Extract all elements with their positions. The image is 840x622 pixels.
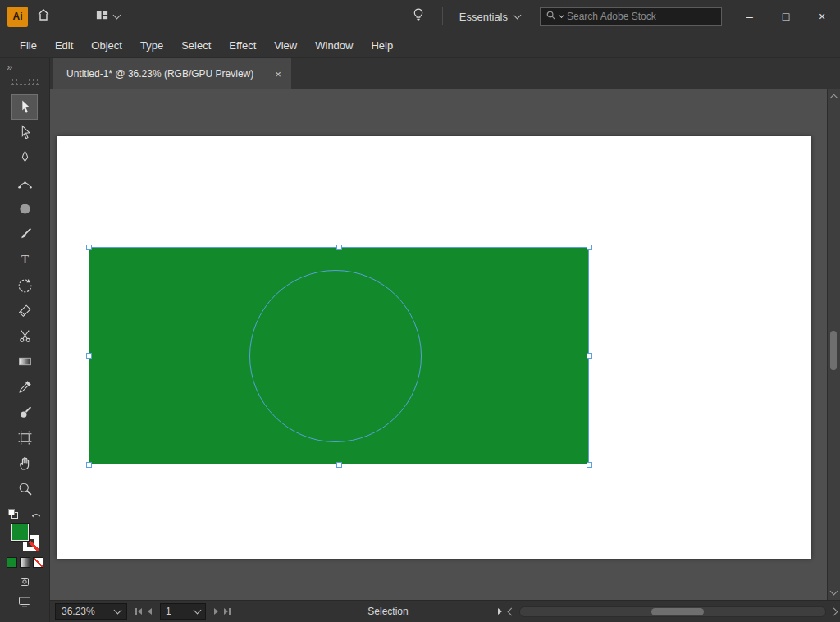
- collapse-panel-button[interactable]: »: [7, 61, 12, 73]
- gradient-tool[interactable]: [12, 350, 37, 373]
- status-label: Selection: [368, 606, 408, 617]
- search-input[interactable]: [567, 11, 716, 22]
- ellipse-shape[interactable]: [249, 270, 422, 442]
- hand-tool[interactable]: [12, 451, 37, 475]
- workspace-label: Essentials: [459, 11, 508, 23]
- menu-item-select[interactable]: Select: [172, 39, 220, 52]
- selection-tool[interactable]: [12, 95, 37, 119]
- color-type-buttons: [7, 557, 43, 568]
- horizontal-scrollbar-thumb[interactable]: [651, 608, 704, 615]
- document-area: Untitled-1* @ 36.23% (RGB/GPU Preview) ×: [50, 58, 840, 622]
- fill-swatch[interactable]: [11, 524, 29, 541]
- svg-text:T: T: [21, 253, 28, 266]
- zoom-level-dropdown[interactable]: 36.23%: [55, 603, 127, 620]
- close-button[interactable]: ×: [804, 0, 840, 33]
- lightbulb-icon: [411, 7, 426, 25]
- selection-handle[interactable]: [587, 462, 592, 468]
- vertical-scrollbar[interactable]: [827, 89, 840, 600]
- zoom-tool[interactable]: [12, 477, 37, 501]
- menubar-items: FileEditObjectTypeSelectEffectViewWindow…: [0, 33, 840, 58]
- swap-fill-stroke-icon[interactable]: [30, 508, 42, 519]
- selection-handle[interactable]: [336, 245, 342, 250]
- chevron-down-icon: [514, 11, 522, 20]
- panel-grip[interactable]: [11, 78, 39, 85]
- drawing-modes-button[interactable]: [19, 576, 30, 588]
- menu-item-effect[interactable]: Effect: [220, 39, 265, 52]
- status-menu-arrow-icon[interactable]: [498, 608, 502, 615]
- scroll-right-icon[interactable]: [830, 607, 838, 615]
- none-button[interactable]: [33, 557, 43, 568]
- gradient-button[interactable]: [20, 557, 30, 568]
- last-artboard-button[interactable]: [224, 608, 231, 615]
- fill-stroke-indicator: [11, 524, 39, 551]
- scroll-up-icon[interactable]: [830, 94, 838, 103]
- vertical-scrollbar-thumb[interactable]: [830, 331, 837, 370]
- tools-panel-header: »: [0, 58, 49, 94]
- status-bar: 36.23% 1 Selection: [50, 600, 840, 622]
- artboard-number-dropdown[interactable]: 1: [160, 603, 206, 620]
- horizontal-scrollbar-track[interactable]: [519, 606, 826, 617]
- paintbrush-tool[interactable]: [12, 222, 37, 246]
- menu-item-view[interactable]: View: [265, 39, 306, 52]
- selection-handle[interactable]: [587, 245, 592, 250]
- ellipse-tool[interactable]: [12, 197, 37, 221]
- curvature-tool[interactable]: [12, 172, 37, 195]
- selection-handle[interactable]: [86, 353, 92, 359]
- previous-artboard-button[interactable]: [148, 608, 152, 615]
- adobe-stock-search[interactable]: [540, 7, 722, 26]
- arrange-documents-button[interactable]: [87, 0, 128, 33]
- window-controls: – □ ×: [732, 0, 840, 33]
- home-button[interactable]: [28, 0, 59, 33]
- illustrator-logo: Ai: [7, 7, 28, 27]
- document-tab-bar: Untitled-1* @ 36.23% (RGB/GPU Preview) ×: [50, 58, 840, 89]
- artboard-number: 1: [166, 606, 171, 617]
- menu-item-file[interactable]: File: [11, 39, 46, 52]
- pen-tool[interactable]: [12, 146, 37, 170]
- status-display[interactable]: Selection: [278, 606, 498, 617]
- eraser-tool[interactable]: [12, 299, 37, 322]
- chevron-down-icon: [194, 606, 202, 615]
- color-button[interactable]: [7, 557, 17, 568]
- type-tool[interactable]: T: [12, 248, 37, 272]
- menu-item-type[interactable]: Type: [131, 39, 172, 52]
- menu-item-edit[interactable]: Edit: [46, 39, 82, 52]
- menu-item-object[interactable]: Object: [82, 39, 131, 52]
- selection-handle[interactable]: [86, 462, 92, 468]
- scroll-down-icon[interactable]: [830, 588, 838, 596]
- title-bar: Ai Essentials: [0, 0, 840, 33]
- scissors-tool[interactable]: [12, 324, 37, 348]
- screen-mode-button[interactable]: [18, 596, 31, 607]
- arrange-documents-icon: [95, 8, 109, 25]
- horizontal-scrollbar[interactable]: [509, 606, 837, 617]
- selection-handle[interactable]: [587, 353, 592, 359]
- titlebar-right: Essentials – □ ×: [403, 0, 840, 33]
- discover-button[interactable]: [403, 0, 434, 33]
- scroll-left-icon[interactable]: [508, 607, 516, 615]
- artboard-navigation: 1: [135, 603, 231, 620]
- menu-item-window[interactable]: Window: [306, 39, 362, 52]
- blob-brush-tool[interactable]: [12, 400, 37, 424]
- chevron-down-icon: [113, 11, 121, 20]
- tool-list: T: [12, 94, 37, 501]
- workspace-switcher[interactable]: Essentials: [451, 11, 528, 23]
- rotate-tool[interactable]: [12, 273, 37, 297]
- titlebar-separator: [442, 7, 443, 25]
- minimize-button[interactable]: –: [732, 0, 768, 33]
- direct-selection-tool[interactable]: [12, 121, 37, 144]
- document-tab-title: Untitled-1* @ 36.23% (RGB/GPU Preview): [66, 68, 253, 80]
- default-fill-stroke-icon[interactable]: [7, 508, 19, 519]
- tools-panel: » T: [0, 58, 50, 622]
- next-artboard-button[interactable]: [214, 608, 218, 615]
- menu-item-help[interactable]: Help: [362, 39, 402, 52]
- maximize-button[interactable]: □: [768, 0, 804, 33]
- selection-handle[interactable]: [336, 462, 342, 468]
- canvas-area[interactable]: [50, 89, 840, 600]
- close-tab-icon[interactable]: ×: [275, 68, 281, 80]
- selection-handle[interactable]: [86, 245, 92, 250]
- chevron-down-icon: [114, 606, 122, 615]
- eyedropper-tool[interactable]: [12, 375, 37, 399]
- artboard-tool[interactable]: [12, 426, 37, 450]
- workspace-body: » T: [0, 58, 840, 622]
- first-artboard-button[interactable]: [135, 608, 142, 615]
- document-tab[interactable]: Untitled-1* @ 36.23% (RGB/GPU Preview) ×: [53, 58, 291, 89]
